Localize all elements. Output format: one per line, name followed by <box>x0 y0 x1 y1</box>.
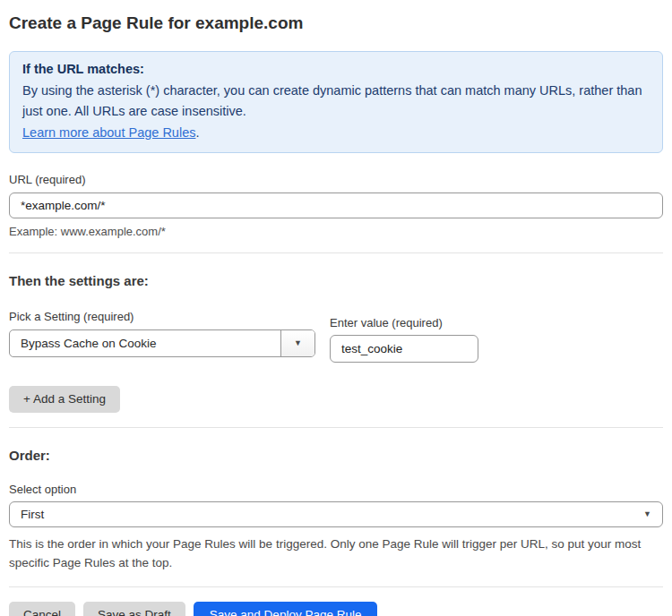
order-select[interactable]: First ▼ <box>9 501 663 527</box>
setting-select[interactable]: Bypass Cache on Cookie ▼ <box>9 329 315 357</box>
info-box-body: By using the asterisk (*) character, you… <box>22 81 650 123</box>
setting-row: Pick a Setting (required) Bypass Cache o… <box>9 310 663 363</box>
settings-section-heading: Then the settings are: <box>9 273 663 288</box>
order-select-label: Select option <box>9 483 663 496</box>
order-helper-text: This is the order in which your Page Rul… <box>9 535 654 572</box>
url-example-helper: Example: www.example.com/* <box>9 225 663 238</box>
save-and-deploy-button[interactable]: Save and Deploy Page Rule <box>194 602 378 616</box>
url-input[interactable] <box>9 192 663 218</box>
setting-select-value: Bypass Cache on Cookie <box>10 337 280 350</box>
setting-select-arrow-button[interactable]: ▼ <box>280 330 314 356</box>
url-field-label: URL (required) <box>9 173 663 186</box>
order-section-heading: Order: <box>9 448 663 463</box>
save-as-draft-button[interactable]: Save as Draft <box>83 602 185 616</box>
setting-picker-column: Pick a Setting (required) Bypass Cache o… <box>9 310 315 363</box>
learn-more-link[interactable]: Learn more about Page Rules <box>22 125 195 140</box>
setting-picker-label: Pick a Setting (required) <box>9 310 315 323</box>
footer-divider <box>9 586 663 587</box>
order-select-value: First <box>10 508 643 521</box>
setting-value-column: Enter value (required) <box>330 310 478 363</box>
footer-actions: Cancel Save as Draft Save and Deploy Pag… <box>9 602 663 616</box>
setting-value-label: Enter value (required) <box>330 316 478 329</box>
setting-value-input[interactable] <box>330 335 478 363</box>
info-box-link-row: Learn more about Page Rules. <box>22 123 650 144</box>
chevron-down-icon: ▼ <box>643 510 662 518</box>
section-divider <box>9 427 663 428</box>
add-setting-button[interactable]: + Add a Setting <box>9 386 120 413</box>
chevron-down-icon: ▼ <box>294 339 302 347</box>
link-suffix: . <box>195 125 199 140</box>
info-box-heading: If the URL matches: <box>22 59 650 81</box>
page-title: Create a Page Rule for example.com <box>9 13 663 33</box>
cancel-button[interactable]: Cancel <box>9 602 75 616</box>
url-match-info-box: If the URL matches: By using the asteris… <box>9 51 663 153</box>
create-page-rule-form: Create a Page Rule for example.com If th… <box>0 0 672 616</box>
section-divider <box>9 252 663 253</box>
